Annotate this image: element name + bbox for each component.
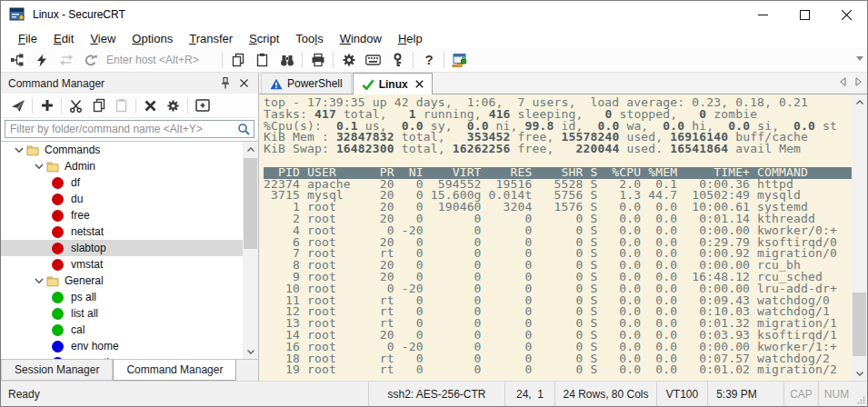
scroll-down-arrow[interactable]	[852, 366, 867, 381]
tree-item-list-all[interactable]: list all	[1, 305, 258, 322]
menu-transfer[interactable]: Transfer	[181, 30, 241, 47]
pin-panel-button[interactable]	[216, 75, 234, 92]
tree-item-netstat[interactable]: netstat	[1, 223, 258, 240]
paste-button[interactable]	[250, 49, 274, 71]
menu-script[interactable]: Script	[241, 30, 287, 47]
command-icon	[52, 357, 64, 361]
toolbar-overflow-icon[interactable]	[856, 56, 863, 61]
menu-view[interactable]: View	[82, 30, 124, 47]
menu-file[interactable]: File	[10, 30, 45, 47]
terminal-scrollbar[interactable]	[852, 94, 867, 381]
find-button[interactable]	[274, 49, 299, 71]
toolbar-separator	[61, 98, 62, 114]
toolbar-separator	[32, 98, 33, 114]
securefx-button[interactable]	[447, 49, 472, 71]
reconnect-button[interactable]	[54, 49, 78, 71]
scrollbar-thumb[interactable]	[244, 158, 257, 249]
title-bar: Linux - SecureCRT	[1, 1, 867, 28]
maximize-button[interactable]	[783, 1, 825, 28]
host-input[interactable]	[103, 52, 219, 68]
status-caps-lock: CAP	[783, 382, 818, 406]
tab-scroll-left-icon[interactable]	[840, 77, 846, 86]
tab-close-icon[interactable]	[415, 80, 424, 88]
connect-button[interactable]	[5, 49, 29, 71]
folder-icon	[46, 274, 63, 287]
paste-icon	[115, 98, 128, 113]
scrollbar-track[interactable]	[243, 156, 258, 344]
scroll-up-arrow[interactable]	[852, 94, 867, 109]
tree-item-commands[interactable]: Commands	[1, 142, 258, 158]
scrollbar-thumb[interactable]	[853, 293, 866, 356]
print-button[interactable]	[305, 49, 330, 71]
chevron-down-icon[interactable]	[12, 143, 26, 157]
properties-button[interactable]	[162, 95, 185, 116]
command-icon	[52, 308, 64, 320]
copy-button[interactable]	[87, 95, 110, 116]
tree-item-general[interactable]: General	[1, 273, 258, 289]
tree-item-free[interactable]: free	[1, 207, 258, 223]
copy-icon	[231, 53, 245, 67]
paste-button-disabled[interactable]	[110, 95, 133, 116]
menu-window[interactable]: Window	[332, 30, 390, 47]
resize-grip[interactable]	[854, 382, 867, 406]
help-button[interactable]: ?	[416, 49, 441, 71]
copy-button[interactable]	[225, 49, 250, 71]
tree-item-vmstat[interactable]: vmstat	[1, 256, 258, 273]
new-folder-button[interactable]	[191, 95, 214, 116]
menu-options[interactable]: Options	[124, 30, 181, 47]
add-command-button[interactable]	[35, 95, 58, 116]
quick-connect-button[interactable]	[29, 49, 54, 71]
help-icon: ?	[423, 53, 435, 67]
tree-item-label: cal	[69, 323, 85, 336]
close-button[interactable]	[825, 1, 867, 28]
cut-button[interactable]	[65, 95, 87, 116]
filter-input[interactable]	[10, 123, 237, 135]
menu-edit[interactable]: Edit	[45, 30, 82, 47]
chevron-down-icon[interactable]	[32, 159, 46, 174]
window-title: Linux - SecureCRT	[33, 8, 125, 21]
command-icon	[52, 226, 64, 238]
terminal-screen[interactable]: top - 17:39:35 up 42 days, 1:06, 7 users…	[259, 94, 852, 381]
tab-linux[interactable]: Linux	[353, 73, 433, 94]
tree-item-env-path[interactable]: env path	[1, 354, 258, 360]
keyboard-icon	[365, 55, 381, 65]
delete-button[interactable]	[139, 95, 162, 116]
scroll-up-arrow[interactable]	[243, 142, 258, 156]
minimize-button[interactable]	[742, 1, 783, 28]
keymap-button[interactable]	[361, 49, 385, 71]
menu-tools[interactable]: Tools	[287, 30, 331, 47]
disconnect-button[interactable]	[78, 49, 103, 71]
close-panel-button[interactable]	[234, 75, 253, 92]
securefx-icon	[452, 53, 467, 67]
menu-help[interactable]: Help	[390, 30, 431, 47]
connect-sessions-icon	[10, 53, 25, 67]
scroll-down-arrow[interactable]	[243, 344, 258, 359]
tab-command-manager[interactable]: Command Manager	[113, 360, 236, 381]
tab-powershell[interactable]: PowerShell	[261, 73, 352, 94]
paper-plane-icon	[11, 99, 25, 113]
tab-scroll-right-icon[interactable]	[855, 77, 862, 86]
tree-item-ps-all[interactable]: ps all	[1, 289, 258, 305]
tree-item-admin[interactable]: Admin	[1, 158, 258, 174]
tree-item-env-home[interactable]: env home	[1, 338, 258, 354]
tab-session-manager[interactable]: Session Manager	[1, 360, 113, 381]
toolbar-separator	[333, 52, 334, 68]
key-agent-button[interactable]	[385, 49, 410, 71]
securecrt-app-icon	[9, 7, 25, 22]
tree-item-df[interactable]: df	[1, 174, 258, 191]
status-spacer	[765, 382, 783, 406]
scrollbar-track[interactable]	[852, 109, 867, 366]
tree-item-cal[interactable]: cal	[1, 322, 258, 338]
session-options-button[interactable]	[336, 49, 361, 71]
tree-scrollbar[interactable]	[243, 142, 258, 359]
tree-item-label: ps all	[69, 291, 96, 303]
key-icon	[391, 53, 404, 67]
tree-rows: CommandsAdmindfdufreenetstatslabtopvmsta…	[1, 142, 258, 360]
tree-item-slabtop[interactable]: slabtop	[1, 240, 258, 256]
chevron-down-icon[interactable]	[32, 273, 46, 288]
app-window: Linux - SecureCRT FileEditViewOptionsTra…	[0, 0, 868, 407]
panel-header: Command Manager	[1, 73, 258, 94]
send-command-button[interactable]	[6, 95, 29, 116]
search-icon[interactable]	[237, 123, 250, 135]
tree-item-du[interactable]: du	[1, 191, 258, 207]
